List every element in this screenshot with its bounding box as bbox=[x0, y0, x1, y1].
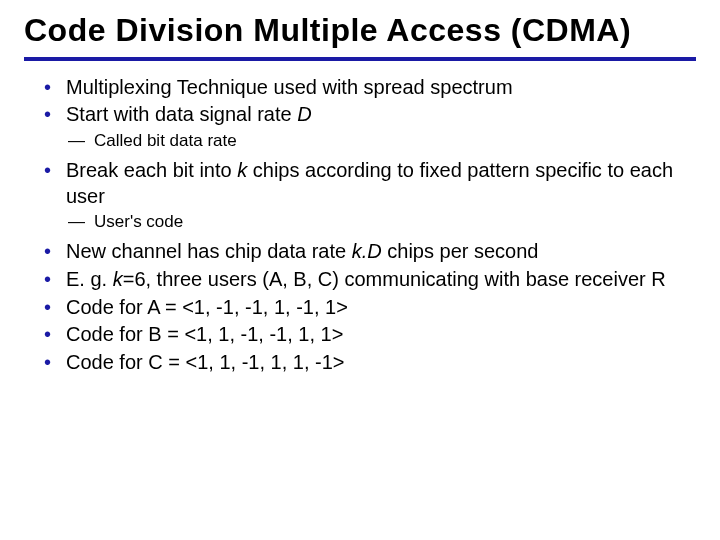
bullet-3-sublist: User's code bbox=[66, 211, 696, 233]
bullet-5-pre: E. g. bbox=[66, 268, 113, 290]
bullet-5: E. g. k=6, three users (A, B, C) communi… bbox=[66, 267, 696, 293]
bullet-1-text: Multiplexing Technique used with spread … bbox=[66, 76, 513, 98]
bullet-3: Break each bit into k chips according to… bbox=[66, 158, 696, 233]
bullet-6: Code for A = <1, -1, -1, 1, -1, 1> bbox=[66, 295, 696, 321]
bullet-2-text: Start with data signal rate bbox=[66, 103, 297, 125]
bullet-3-sub-1: User's code bbox=[94, 211, 696, 233]
slide-title: Code Division Multiple Access (CDMA) bbox=[24, 12, 696, 49]
bullet-3-pre: Break each bit into bbox=[66, 159, 237, 181]
bullet-2-sub-1: Called bit data rate bbox=[94, 130, 696, 152]
bullet-1: Multiplexing Technique used with spread … bbox=[66, 75, 696, 101]
bullet-5-post: =6, three users (A, B, C) communicating … bbox=[123, 268, 666, 290]
bullet-2-var-d: D bbox=[297, 103, 311, 125]
bullet-2: Start with data signal rate D Called bit… bbox=[66, 102, 696, 152]
bullet-4: New channel has chip data rate k.D chips… bbox=[66, 239, 696, 265]
bullet-4-post: chips per second bbox=[382, 240, 539, 262]
bullet-2-sublist: Called bit data rate bbox=[66, 130, 696, 152]
bullet-list: Multiplexing Technique used with spread … bbox=[24, 75, 696, 376]
bullet-5-var-k: k bbox=[113, 268, 123, 290]
bullet-4-pre: New channel has chip data rate bbox=[66, 240, 352, 262]
bullet-7: Code for B = <1, 1, -1, -1, 1, 1> bbox=[66, 322, 696, 348]
bullet-8: Code for C = <1, 1, -1, 1, 1, -1> bbox=[66, 350, 696, 376]
title-underline bbox=[24, 57, 696, 61]
bullet-4-var-kd: k.D bbox=[352, 240, 382, 262]
bullet-3-var-k: k bbox=[237, 159, 247, 181]
